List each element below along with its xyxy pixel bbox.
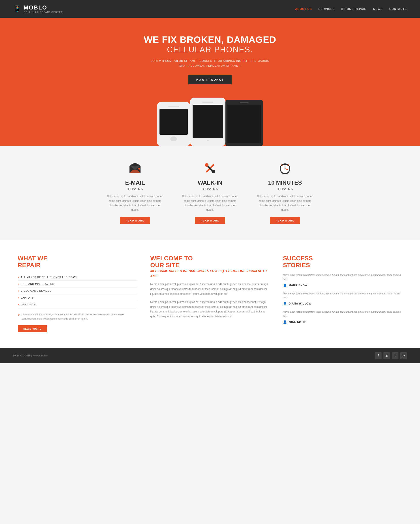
welcome-title-line1: WELCOME TO bbox=[150, 255, 269, 262]
success-title-line1: SUCCESS bbox=[283, 255, 402, 262]
phone-right bbox=[226, 100, 263, 146]
welcome-title: WELCOME TO OUR SITE bbox=[150, 255, 269, 269]
success-quote-1: Nemo enim ipsum voluptatem volpit aspern… bbox=[283, 273, 402, 281]
service-tenmin-desc: Dolor nunc, vulp putateur ips dol consem… bbox=[256, 194, 314, 212]
phone-body-left bbox=[157, 102, 190, 146]
twitter-icon[interactable]: t bbox=[392, 352, 398, 359]
svg-point-9 bbox=[211, 170, 215, 173]
wrench-icon bbox=[181, 162, 239, 175]
success-col: SUCCESS STORIES Nemo enim ipsum voluptat… bbox=[283, 255, 402, 332]
googleplus-icon[interactable]: g+ bbox=[400, 352, 407, 359]
hero-description: LOREM IPSUM DOLOR SIT AMET, CONSECTETUR … bbox=[4, 59, 416, 68]
rss-icon[interactable]: ◎ bbox=[383, 352, 390, 359]
service-email-readmore[interactable]: READ MORE bbox=[120, 217, 150, 224]
service-tenmin-title: 10 MINUTES bbox=[256, 179, 314, 186]
svg-point-8 bbox=[205, 163, 209, 167]
bottom-section: WHAT WE REPAIR ALL MAKES OF CELL PHONES … bbox=[0, 240, 420, 348]
nav-services[interactable]: SERVICES bbox=[319, 7, 335, 11]
clock-icon bbox=[256, 162, 314, 175]
service-walkin-subtitle: REPAIRS bbox=[181, 187, 239, 191]
svg-rect-16 bbox=[282, 164, 288, 165]
service-email: E-MAIL REPAIRS Dolor nunc, vulp putateur… bbox=[106, 162, 164, 224]
welcome-text1: Nemo enim ipsam voluptates voluptas sit.… bbox=[150, 282, 269, 296]
phone-screen-center bbox=[193, 105, 223, 138]
repair-title-accent: REPAIR bbox=[18, 262, 137, 269]
repair-list: ALL MAKES OF CELL PHONES AND PDA'S IPOD … bbox=[18, 274, 137, 308]
nav-iphone[interactable]: IPHONE REPAIR bbox=[341, 7, 367, 11]
success-person-2: DIANA WILLOW bbox=[283, 302, 402, 306]
nav-contacts[interactable]: CONTACTS bbox=[389, 7, 407, 11]
repair-item-1: ALL MAKES OF CELL PHONES AND PDA'S bbox=[18, 274, 137, 281]
welcome-accent-text: MES CUML DIA SED INENIAS INGERTLO ALIIQT… bbox=[150, 269, 269, 279]
hero-headline1: WE FIX BROKEN, DAMAGED bbox=[4, 35, 416, 45]
welcome-title-accent: OUR SITE bbox=[150, 262, 269, 269]
service-tenmin-subtitle: REPAIRS bbox=[256, 187, 314, 191]
phone-left bbox=[157, 102, 190, 146]
what-we-repair-col: WHAT WE REPAIR ALL MAKES OF CELL PHONES … bbox=[18, 255, 137, 332]
success-quote-2: Nemo enim ipsum voluptatem volpit aspern… bbox=[283, 291, 402, 300]
how-it-works-button[interactable]: HOW IT WORKS bbox=[188, 75, 232, 84]
logo-subtitle: CELLULAR REPAIR CENTER bbox=[24, 11, 63, 13]
hero-headline2: CELLULAR PHONES. bbox=[4, 45, 416, 54]
success-story-2: Nemo enim ipsum voluptatem volpit aspern… bbox=[283, 291, 402, 306]
phone-body-right bbox=[226, 100, 263, 146]
social-icons: f ◎ t g+ bbox=[375, 352, 407, 359]
logo-area: 📱 MOBLO CELLULAR REPAIR CENTER bbox=[13, 4, 63, 13]
logo-title: MOBLO bbox=[24, 4, 63, 11]
service-walkin-readmore[interactable]: READ MORE bbox=[195, 217, 225, 224]
footer-copyright-text: MOBLO © 2015 | Privacy Policy bbox=[13, 354, 48, 357]
service-email-subtitle: REPAIRS bbox=[106, 187, 164, 191]
repair-item-3: VIDEO GAME DEVICES* bbox=[18, 288, 137, 294]
header: 📱 MOBLO CELLULAR REPAIR CENTER ABOUT US … bbox=[0, 0, 420, 18]
phone-center bbox=[190, 98, 226, 146]
svg-point-4 bbox=[138, 168, 140, 170]
phone-screen-right bbox=[227, 105, 261, 143]
repair-item-4: LAPTOPS* bbox=[18, 294, 137, 301]
nav-news[interactable]: NEWS bbox=[373, 7, 383, 11]
repair-title: WHAT WE REPAIR bbox=[18, 255, 137, 269]
service-walkin-title: WALK-IN bbox=[181, 179, 239, 186]
service-email-title: E-MAIL bbox=[106, 179, 164, 186]
phone-screen-left bbox=[160, 109, 188, 135]
hero-section: WE FIX BROKEN, DAMAGED CELLULAR PHONES. … bbox=[0, 19, 420, 146]
repair-item-2: IPOD AND MP3 PLAYERS bbox=[18, 281, 137, 288]
service-email-desc: Dolor nunc, vulp putateur ips dol consem… bbox=[106, 194, 164, 212]
success-title-accent: STORIES bbox=[283, 262, 402, 269]
service-tenmin-readmore[interactable]: READ MORE bbox=[270, 217, 300, 224]
footer: MOBLO © 2015 | Privacy Policy f ◎ t g+ bbox=[0, 348, 420, 363]
repair-title-line1: WHAT WE bbox=[18, 255, 137, 262]
phone-body-center bbox=[190, 98, 226, 146]
main-nav: ABOUT US SERVICES IPHONE REPAIR NEWS CON… bbox=[295, 7, 407, 11]
repair-note: Lorem ipsum dolor sit amet, consectetur … bbox=[18, 313, 137, 321]
email-icon bbox=[106, 162, 164, 175]
service-tenmin: 10 MINUTES REPAIRS Dolor nunc, vulp puta… bbox=[256, 162, 314, 224]
success-person-3: MIKE SMITH bbox=[283, 320, 402, 324]
success-title: SUCCESS STORIES bbox=[283, 255, 402, 269]
footer-copyright: MOBLO © 2015 | Privacy Policy bbox=[13, 354, 48, 357]
service-walkin-desc: Dolor nunc, vulp putateur ips dol consem… bbox=[181, 194, 239, 212]
facebook-icon[interactable]: f bbox=[375, 352, 382, 359]
nav-about[interactable]: ABOUT US bbox=[295, 7, 312, 11]
repair-item-5: GPS UNITS bbox=[18, 301, 137, 308]
logo-text: MOBLO CELLULAR REPAIR CENTER bbox=[24, 4, 63, 13]
service-walkin: WALK-IN REPAIRS Dolor nunc, vulp putateu… bbox=[181, 162, 239, 224]
success-quote-3: Nemo enim ipsum voluptatem volpit aspern… bbox=[283, 310, 402, 318]
success-story-1: Nemo enim ipsum voluptatem volpit aspern… bbox=[283, 273, 402, 287]
phone-icon: 📱 bbox=[13, 5, 21, 13]
welcome-col: WELCOME TO OUR SITE MES CUML DIA SED INE… bbox=[150, 255, 269, 332]
repair-readmore-button[interactable]: READ MORE bbox=[18, 325, 47, 332]
hero-phones bbox=[4, 98, 416, 146]
success-story-3: Nemo enim ipsum voluptatem volpit aspern… bbox=[283, 310, 402, 324]
success-person-1: MARK SNOW bbox=[283, 284, 402, 287]
welcome-text2: Nemo enim ipsum voluptates voluptas sit.… bbox=[150, 300, 269, 319]
services-section: E-MAIL REPAIRS Dolor nunc, vulp putateur… bbox=[0, 146, 420, 240]
